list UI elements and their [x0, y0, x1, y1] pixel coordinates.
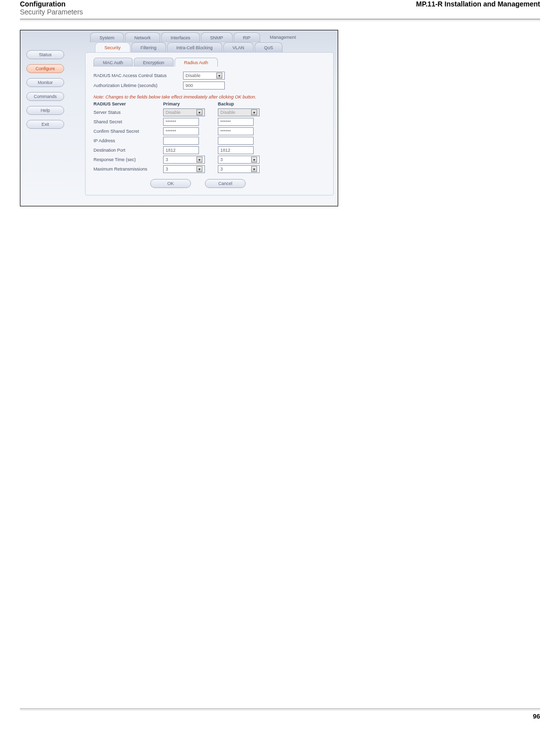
input-auth-life[interactable]: 900 [183, 82, 225, 90]
tab-intracell[interactable]: Intra-Cell Blocking [167, 42, 222, 52]
main-panel: System Network Interfaces SNMP RIP Manag… [70, 30, 338, 206]
nav-status[interactable]: Status [26, 50, 64, 59]
select-field[interactable]: 3▾ [218, 165, 260, 173]
select-value: 3 [220, 157, 223, 162]
text-field[interactable]: ****** [218, 118, 254, 126]
th-server: RADIUS Server [93, 101, 163, 106]
text-field[interactable]: ****** [163, 127, 199, 135]
select-field: Disable▾ [218, 108, 260, 116]
nav-help[interactable]: Help [26, 106, 64, 115]
row-label: Shared Secret [93, 119, 163, 124]
note-text: Note: Changes to the fields below take e… [93, 94, 330, 99]
select-value: Disable [166, 110, 181, 115]
text-field[interactable]: ****** [218, 127, 254, 135]
text-field[interactable]: 1812 [218, 146, 254, 154]
header-rule-dark [20, 19, 540, 19]
cancel-button[interactable]: Cancel [205, 179, 246, 188]
text-field[interactable]: 1812 [163, 146, 199, 154]
nav-exit[interactable]: Exit [26, 120, 64, 129]
subtabs: MAC Auth Encryption Radius Auth [93, 58, 330, 67]
tab-qos[interactable]: QoS [255, 42, 282, 52]
th-backup: Backup [218, 101, 268, 106]
select-value: 3 [166, 167, 168, 172]
nav-commands[interactable]: Commands [26, 92, 64, 101]
page-footer: 96 [20, 709, 540, 720]
chevron-down-icon: ▾ [251, 109, 257, 115]
row-label: Server Status [93, 110, 163, 115]
th-primary: Primary [163, 101, 218, 106]
table-row: IP Address [93, 137, 330, 145]
tabrow-top: System Network Interfaces SNMP RIP Manag… [90, 32, 334, 42]
subtab-encryption[interactable]: Encryption [134, 58, 174, 67]
row-label: Maximum Retransmissions [93, 167, 163, 172]
header-rule-light [20, 20, 540, 21]
select-value: 3 [220, 167, 223, 172]
table-row: Shared Secret************ [93, 118, 330, 126]
select-field[interactable]: 3▾ [163, 165, 205, 173]
tab-security[interactable]: Security [95, 42, 130, 52]
nav-monitor[interactable]: Monitor [26, 78, 64, 87]
select-value: 3 [166, 157, 168, 162]
row-label: Response Time (sec) [93, 157, 163, 162]
config-panel: MAC Auth Encryption Radius Auth RADIUS M… [85, 52, 334, 195]
row-label: Confirm Shared Secret [93, 129, 163, 134]
tabrow-mid: Security Filtering Intra-Cell Blocking V… [95, 42, 334, 52]
chevron-down-icon: ▾ [196, 166, 202, 172]
chevron-down-icon: ▾ [251, 166, 257, 172]
select-radius-mac-value: Disable [186, 73, 200, 78]
row-label: IP Address [93, 138, 163, 143]
select-radius-mac[interactable]: Disable ▾ [183, 72, 225, 80]
text-field[interactable] [218, 137, 254, 145]
chevron-down-icon: ▾ [251, 157, 257, 163]
subtab-radius[interactable]: Radius Auth [175, 58, 218, 67]
table-row: Response Time (sec)3▾3▾ [93, 156, 330, 164]
select-field: Disable▾ [163, 108, 205, 116]
label-radius-mac: RADIUS MAC Access Control Status [93, 73, 183, 78]
table-row: Maximum Retransmissions3▾3▾ [93, 165, 330, 173]
table-row: Server StatusDisable▾Disable▾ [93, 108, 330, 116]
left-nav: Status Configure Monitor Commands Help E… [20, 30, 70, 206]
chevron-down-icon: ▾ [216, 73, 222, 79]
tab-network[interactable]: Network [125, 32, 160, 42]
tab-snmp[interactable]: SNMP [201, 32, 233, 42]
table-header: RADIUS Server Primary Backup [93, 101, 330, 106]
tab-rip[interactable]: RIP [234, 32, 260, 42]
tab-filtering[interactable]: Filtering [131, 42, 166, 52]
row-label: Destination Port [93, 148, 163, 153]
tab-system[interactable]: System [90, 32, 124, 42]
page-number: 96 [20, 713, 540, 720]
chevron-down-icon: ▾ [196, 157, 202, 163]
screenshot-container: Status Configure Monitor Commands Help E… [20, 30, 338, 206]
select-value: Disable [220, 110, 235, 115]
subtab-macauth[interactable]: MAC Auth [93, 58, 133, 67]
table-row: Confirm Shared Secret************ [93, 127, 330, 135]
select-field[interactable]: 3▾ [163, 156, 205, 164]
chevron-down-icon: ▾ [196, 109, 202, 115]
table-row: Destination Port18121812 [93, 146, 330, 154]
header-subtitle: Security Parameters [20, 8, 83, 16]
select-field[interactable]: 3▾ [218, 156, 260, 164]
tab-management[interactable]: Management [261, 32, 305, 42]
text-field[interactable] [163, 137, 199, 145]
header-manual-title: MP.11-R Installation and Management [416, 0, 540, 16]
tab-interfaces[interactable]: Interfaces [161, 32, 200, 42]
label-auth-life: Authorization Lifetime (seconds) [93, 83, 183, 88]
text-field[interactable]: ****** [163, 118, 199, 126]
header-title: Configuration [20, 0, 66, 8]
ok-button[interactable]: OK [150, 179, 191, 188]
tab-vlan[interactable]: VLAN [223, 42, 254, 52]
nav-configure[interactable]: Configure [26, 64, 64, 73]
